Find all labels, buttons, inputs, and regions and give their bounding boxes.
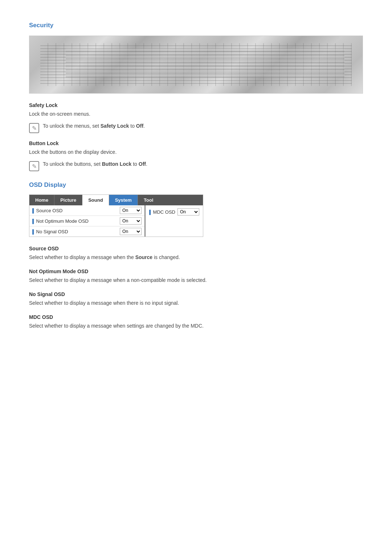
button-lock-note: To unlock the buttons, set Button Lock t… [29, 160, 363, 171]
no-signal-title: No Signal OSD [29, 291, 363, 297]
osd-row-nosignal: No Signal OSD On Off [29, 226, 144, 237]
tab-system[interactable]: System [109, 195, 138, 205]
osd-select-notoptimum[interactable]: On Off [120, 217, 142, 225]
not-optimum-desc: Select whether to display a message when… [29, 276, 363, 284]
button-lock-bold-2: Off [139, 161, 146, 167]
button-lock-title: Button Lock [29, 140, 363, 146]
osd-label-mdc: MDC OSD [149, 209, 175, 215]
security-screenshot [29, 36, 363, 94]
safety-lock-bold-1: Safety Lock [101, 123, 129, 129]
source-osd-desc: Select whether to display a message when… [29, 254, 363, 261]
osd-row-notoptimum: Not Optimum Mode OSD On Off [29, 216, 144, 226]
button-lock-note-text: To unlock the buttons, set Button Lock t… [43, 160, 147, 168]
note-icon-safety [29, 123, 39, 133]
mdc-osd-desc: Select whether to display a message when… [29, 322, 363, 330]
not-optimum-section: Not Optimum Mode OSD Select whether to d… [29, 268, 363, 284]
button-lock-description: Lock the buttons on the display device. [29, 148, 363, 156]
osd-label-nosignal: No Signal OSD [32, 229, 120, 234]
source-osd-desc-suffix: is changed. [152, 254, 180, 260]
mdc-osd-title: MDC OSD [29, 314, 363, 320]
safety-lock-description: Lock the on-screen menus. [29, 110, 363, 118]
no-signal-section: No Signal OSD Select whether to display … [29, 291, 363, 307]
osd-select-mdc[interactable]: On Off [177, 208, 199, 216]
not-optimum-title: Not Optimum Mode OSD [29, 268, 363, 274]
mdc-osd-section: MDC OSD Select whether to display a mess… [29, 314, 363, 330]
osd-right-row-mdc: MDC OSD On Off [149, 207, 199, 217]
source-osd-desc-bold: Source [135, 254, 152, 260]
note-icon-button [29, 161, 39, 171]
source-osd-title: Source OSD [29, 246, 363, 251]
source-osd-desc-prefix: Select whether to display a message when… [29, 254, 135, 260]
osd-row-source: Source OSD On Off [29, 205, 144, 216]
osd-body: Source OSD On Off Not Optimum Mode OSD O… [29, 205, 203, 237]
osd-label-source: Source OSD [32, 208, 120, 213]
safety-lock-note-text: To unlock the menus, set Safety Lock to … [43, 122, 145, 130]
button-lock-bold-1: Button Lock [102, 161, 132, 167]
osd-tabs: Home Picture Sound System Tool [29, 195, 203, 205]
tab-picture[interactable]: Picture [54, 195, 82, 205]
osd-label-notoptimum: Not Optimum Mode OSD [32, 218, 120, 224]
tab-home[interactable]: Home [29, 195, 54, 205]
osd-left-panel: Source OSD On Off Not Optimum Mode OSD O… [29, 205, 146, 237]
safety-lock-title: Safety Lock [29, 102, 363, 108]
osd-table: Home Picture Sound System Tool Source OS… [29, 194, 203, 237]
tab-tool[interactable]: Tool [138, 195, 159, 205]
osd-select-source[interactable]: On Off [120, 207, 142, 214]
no-signal-desc: Select whether to display a message when… [29, 299, 363, 307]
safety-lock-bold-2: Off [136, 123, 143, 129]
osd-display-title: OSD Display [29, 181, 363, 189]
safety-lock-note: To unlock the menus, set Safety Lock to … [29, 122, 363, 133]
security-title: Security [29, 22, 363, 29]
source-osd-section: Source OSD Select whether to display a m… [29, 246, 363, 261]
osd-right-panel: MDC OSD On Off [146, 205, 203, 237]
osd-select-nosignal[interactable]: On Off [120, 228, 142, 235]
tab-sound[interactable]: Sound [82, 195, 109, 205]
